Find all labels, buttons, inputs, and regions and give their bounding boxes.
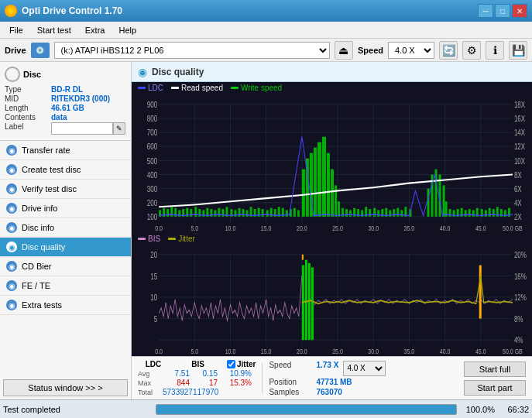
progress-label: 100.0% <box>460 405 495 414</box>
svg-text:25.0: 25.0 <box>332 347 343 355</box>
title-bar: Opti Drive Control 1.70 ─ □ ✕ <box>0 0 532 22</box>
sidebar-item-verify-test-disc[interactable]: ◉ Verify test disc <box>0 180 131 199</box>
panel-header-icon: ◉ <box>138 66 147 78</box>
svg-rect-87 <box>314 148 317 217</box>
svg-text:10.0: 10.0 <box>225 224 236 232</box>
menu-help[interactable]: Help <box>112 24 142 36</box>
jitter-checkbox[interactable] <box>227 360 235 368</box>
svg-rect-101 <box>369 209 371 217</box>
ldc-legend-label: LDC <box>148 84 163 92</box>
close-button[interactable]: ✕ <box>512 4 527 18</box>
sidebar-label-disc-info: Disc info <box>22 223 54 232</box>
svg-rect-174 <box>479 266 482 319</box>
svg-rect-170 <box>305 260 307 340</box>
menu-bar: File Start test Extra Help <box>0 22 532 39</box>
info-button[interactable]: ℹ <box>486 41 504 60</box>
charts-area: LDC Read speed Write speed <box>132 82 532 356</box>
samples-label: Samples <box>269 388 311 396</box>
disc-title: Disc <box>23 70 41 79</box>
sidebar-item-extra-tests[interactable]: ◉ Extra tests <box>0 296 131 315</box>
svg-rect-92 <box>335 185 337 216</box>
stats-area: LDC BIS Jitter Avg 7.51 0.15 10.9% Max 8… <box>132 356 532 399</box>
svg-text:20: 20 <box>150 250 157 260</box>
svg-text:6X: 6X <box>514 183 522 194</box>
svg-rect-89 <box>322 137 326 217</box>
svg-text:0.0: 0.0 <box>155 347 163 355</box>
speed-label: Speed <box>269 361 311 376</box>
drive-bar: Drive 💿 (k:) ATAPI iHBS112 2 PL06 ⏏ Spee… <box>0 39 532 62</box>
svg-text:20.0: 20.0 <box>297 347 307 355</box>
svg-rect-108 <box>396 208 399 217</box>
minimize-button[interactable]: ─ <box>478 4 493 18</box>
svg-text:900: 900 <box>147 100 158 110</box>
svg-rect-69 <box>242 209 245 217</box>
sidebar-label-extra-tests: Extra tests <box>22 300 62 310</box>
svg-rect-122 <box>465 210 467 216</box>
label-edit-button[interactable]: ✎ <box>113 122 125 135</box>
fe-te-icon: ◉ <box>6 280 17 291</box>
sidebar-item-drive-info[interactable]: ◉ Drive info <box>0 199 131 218</box>
window-controls: ─ □ ✕ <box>478 4 527 18</box>
jitter-legend-label: Jitter <box>178 235 195 243</box>
menu-start-test[interactable]: Start test <box>31 24 77 36</box>
svg-rect-95 <box>345 209 348 217</box>
svg-text:200: 200 <box>147 198 158 208</box>
svg-text:15: 15 <box>150 271 157 281</box>
speed-select-stats[interactable]: 4.0 X <box>343 361 386 376</box>
svg-text:20%: 20% <box>514 250 527 260</box>
sidebar-label-cd-bier: CD Bier <box>22 262 52 271</box>
status-text: Test completed <box>3 405 153 414</box>
svg-text:45.0: 45.0 <box>475 224 486 232</box>
speed-label: Speed <box>358 46 383 55</box>
time-label: 66:32 <box>498 405 529 414</box>
action-buttons: Start full Start part <box>464 361 526 396</box>
svg-rect-88 <box>317 142 321 217</box>
svg-text:600: 600 <box>147 142 158 152</box>
sidebar-item-create-test-disc[interactable]: ◉ Create test disc <box>0 160 131 180</box>
svg-text:10.0: 10.0 <box>225 347 236 355</box>
sidebar-label-drive-info: Drive info <box>22 204 57 213</box>
main-content: Disc Type BD-R DL MID RITEKDR3 (000) Len… <box>0 62 532 399</box>
avg-row-label: Avg <box>138 370 160 378</box>
svg-text:45.0: 45.0 <box>475 347 486 355</box>
type-val: BD-R DL <box>51 85 83 94</box>
length-val: 46.61 GB <box>51 104 84 112</box>
extra-tests-icon: ◉ <box>6 300 17 310</box>
start-part-button[interactable]: Start part <box>464 380 526 396</box>
sidebar-item-fe-te[interactable]: ◉ FE / TE <box>0 276 131 296</box>
app-icon <box>5 5 17 17</box>
save-button[interactable]: 💾 <box>509 41 527 60</box>
jitter-checkbox-container[interactable]: Jitter <box>227 360 256 368</box>
label-input[interactable] <box>51 122 113 135</box>
start-full-button[interactable]: Start full <box>464 361 526 377</box>
speed-select[interactable]: 4.0 X <box>388 42 434 59</box>
sidebar-item-disc-info[interactable]: ◉ Disc info <box>0 218 131 238</box>
maximize-button[interactable]: □ <box>495 4 510 18</box>
position-label: Position <box>269 378 311 386</box>
legend-write-speed: Write speed <box>231 84 282 92</box>
sidebar-item-disc-quality[interactable]: ◉ Disc quality <box>0 238 131 257</box>
legend-jitter: Jitter <box>168 235 195 243</box>
status-window-button[interactable]: Status window >> > <box>3 379 128 396</box>
drive-select[interactable]: (k:) ATAPI iHBS112 2 PL06 <box>54 42 330 59</box>
eject-button[interactable]: ⏏ <box>335 41 353 60</box>
svg-rect-96 <box>349 210 352 216</box>
top-chart: 900 800 700 600 500 400 300 200 100 18X … <box>132 94 532 234</box>
transfer-rate-icon: ◉ <box>6 145 17 156</box>
bis-max: 17 <box>193 379 218 387</box>
legend-read-speed: Read speed <box>171 84 223 92</box>
bis-avg: 0.15 <box>193 369 218 378</box>
ldc-legend-dot <box>138 87 146 89</box>
refresh-button[interactable]: 🔄 <box>439 41 458 60</box>
svg-text:0.0: 0.0 <box>155 224 163 232</box>
menu-file[interactable]: File <box>3 24 29 36</box>
sidebar-label-create-test-disc: Create test disc <box>22 165 81 174</box>
menu-extra[interactable]: Extra <box>79 24 112 36</box>
sidebar: Disc Type BD-R DL MID RITEKDR3 (000) Len… <box>0 62 132 399</box>
settings-button[interactable]: ⚙ <box>462 41 481 60</box>
sidebar-item-cd-bier[interactable]: ◉ CD Bier <box>0 257 131 276</box>
svg-rect-70 <box>246 210 249 216</box>
sidebar-item-transfer-rate[interactable]: ◉ Transfer rate <box>0 141 131 160</box>
svg-text:10: 10 <box>150 293 157 303</box>
speed-row: Speed 1.73 X 4.0 X <box>269 361 386 376</box>
